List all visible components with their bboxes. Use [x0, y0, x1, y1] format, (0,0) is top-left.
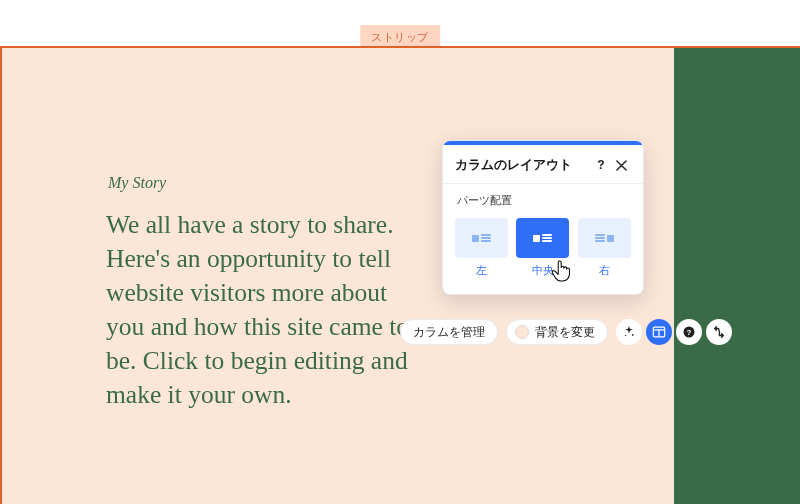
column-right[interactable] — [674, 48, 800, 504]
column-layout-popover: カラムのレイアウト ? パーツ配置 左 中央 右 — [442, 140, 644, 295]
align-option-right[interactable]: 右 — [578, 218, 631, 278]
change-background-button[interactable]: 背景を変更 — [506, 319, 608, 345]
layout-columns-icon — [652, 325, 666, 339]
animation-button[interactable] — [616, 319, 642, 345]
popover-section-label: パーツ配置 — [443, 184, 643, 218]
align-option-label: 中央 — [532, 264, 554, 278]
stretch-button[interactable] — [706, 319, 732, 345]
sparkle-icon — [622, 325, 636, 339]
align-option-label: 右 — [599, 264, 610, 278]
manage-columns-button[interactable]: カラムを管理 — [400, 319, 498, 345]
background-swatch-icon — [515, 325, 529, 339]
align-option-center[interactable]: 中央 — [516, 218, 569, 278]
section-body-text[interactable]: We all have a story to share. Here's an … — [106, 208, 426, 411]
strip-action-bar: カラムを管理 背景を変更 ? — [400, 319, 732, 345]
align-option-left[interactable]: 左 — [455, 218, 508, 278]
svg-point-0 — [632, 334, 634, 336]
section-heading[interactable]: My Story — [108, 174, 166, 192]
svg-point-1 — [625, 335, 626, 336]
question-circle-icon: ? — [682, 325, 696, 339]
strip-section: My Story We all have a story to share. H… — [0, 46, 800, 504]
close-icon[interactable] — [611, 155, 631, 175]
svg-text:?: ? — [687, 328, 692, 337]
popover-title: カラムのレイアウト — [455, 157, 591, 174]
layout-button[interactable] — [646, 319, 672, 345]
help-button[interactable]: ? — [676, 319, 702, 345]
change-background-label: 背景を変更 — [535, 325, 595, 340]
stretch-icon — [712, 325, 726, 339]
help-icon[interactable]: ? — [591, 155, 611, 175]
align-option-label: 左 — [476, 264, 487, 278]
